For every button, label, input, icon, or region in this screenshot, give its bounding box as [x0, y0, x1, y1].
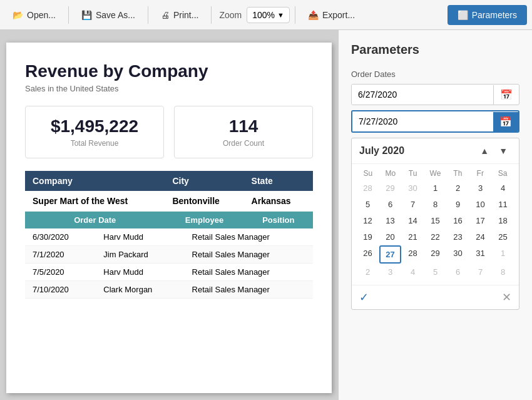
calendar-day[interactable]: 25	[492, 229, 514, 245]
data-rows-container: 6/30/2020Harv MuddRetail Sales Manager7/…	[25, 228, 313, 299]
calendar-grid: Su Mo Tu We Th Fr Sa 2829301234567891011…	[352, 164, 519, 285]
calendar-day[interactable]: 16	[447, 213, 469, 228]
calendar-day[interactable]: 5	[424, 264, 446, 280]
calendar-day[interactable]: 22	[424, 229, 446, 245]
calendar-confirm-button[interactable]: ✓	[359, 290, 369, 304]
zoom-control[interactable]: 100% ▼	[247, 7, 290, 23]
calendar-day[interactable]: 3	[469, 180, 491, 196]
calendar-month-year: July 2020	[359, 145, 404, 156]
main-area: Revenue by Company Sales in the United S…	[0, 30, 532, 400]
table-row: 7/1/2020Jim PackardRetail Sales Manager	[25, 246, 313, 264]
calendar-day[interactable]: 20	[379, 229, 401, 245]
calendar-day[interactable]: 8	[424, 197, 446, 212]
params-panel: Parameters Order Dates 📅 📅 July 2020 ▲ ▼…	[338, 30, 532, 400]
calendar-day[interactable]: 4	[402, 264, 424, 280]
params-title: Parameters	[351, 43, 519, 57]
calendar-day[interactable]: 12	[357, 213, 379, 228]
company-city: Bentonville	[165, 191, 243, 212]
calendar-day[interactable]: 24	[469, 229, 491, 245]
calendar-day[interactable]: 18	[492, 213, 514, 228]
divider-1	[68, 6, 69, 24]
print-icon: 🖨	[161, 10, 170, 20]
calendar-day[interactable]: 14	[402, 213, 424, 228]
calendar-day[interactable]: 9	[447, 197, 469, 212]
calendar-day[interactable]: 10	[469, 197, 491, 212]
report-page: Revenue by Company Sales in the United S…	[6, 43, 332, 393]
sub-col-position: Position	[244, 212, 313, 229]
calendar-day[interactable]: 30	[402, 180, 424, 196]
open-icon: 📂	[13, 10, 23, 20]
calendar-day[interactable]: 30	[447, 245, 469, 264]
calendar-day[interactable]: 7	[469, 264, 491, 280]
calendar-day[interactable]: 8	[492, 264, 514, 280]
order-dates-label: Order Dates	[351, 69, 519, 79]
calendar-day[interactable]: 15	[424, 213, 446, 228]
calendar-header: July 2020 ▲ ▼	[352, 138, 519, 164]
divider-4	[295, 6, 295, 24]
calendar-day[interactable]: 31	[469, 245, 491, 264]
total-revenue-label: Total Revenue	[38, 139, 151, 148]
calendar-day[interactable]: 11	[492, 197, 514, 212]
table-row: 7/5/2020Harv MuddRetail Sales Manager	[25, 264, 313, 281]
calendar-day[interactable]: 7	[402, 197, 424, 212]
calendar-days-header: Su Mo Tu We Th Fr Sa	[357, 167, 514, 180]
pagination: ⏮ ◀ of 7 ▶	[106, 393, 231, 400]
calendar-down-button[interactable]: ▼	[495, 145, 511, 157]
order-count-box: 114 Order Count	[174, 106, 313, 158]
calendar-day[interactable]: 1	[492, 245, 514, 264]
calendar-day[interactable]: 29	[424, 245, 446, 264]
calendar-day[interactable]: 29	[379, 180, 401, 196]
report-title: Revenue by Company	[25, 61, 313, 81]
company-state: Arkansas	[244, 191, 313, 212]
company-row: Super Mart of the West Bentonville Arkan…	[25, 191, 313, 212]
calendar-day[interactable]: 6	[379, 197, 401, 212]
export-button[interactable]: 📤 Export...	[300, 6, 362, 24]
end-date-input[interactable]	[352, 111, 493, 131]
metrics-row: $1,495,222 Total Revenue 114 Order Count	[25, 106, 313, 158]
day-header-tu: Tu	[402, 169, 424, 178]
start-date-calendar-button[interactable]: 📅	[493, 85, 519, 105]
calendar-cancel-button[interactable]: ✕	[502, 290, 511, 304]
calendar-days: 2829301234567891011121314151617181920212…	[357, 180, 514, 280]
calendar-day[interactable]: 21	[402, 229, 424, 245]
calendar-day[interactable]: 28	[402, 245, 424, 264]
calendar-day[interactable]: 26	[357, 245, 379, 264]
table-row: 7/10/2020Clark MorganRetail Sales Manage…	[25, 281, 313, 299]
open-button[interactable]: 📂 Open...	[5, 6, 63, 24]
calendar-day[interactable]: 17	[469, 213, 491, 228]
calendar-up-button[interactable]: ▲	[476, 145, 493, 157]
order-count-value: 114	[187, 116, 300, 136]
calendar-day[interactable]: 2	[447, 180, 469, 196]
calendar-day[interactable]: 19	[357, 229, 379, 245]
day-header-fr: Fr	[469, 169, 491, 178]
total-revenue-box: $1,495,222 Total Revenue	[25, 106, 164, 158]
table-row: 6/30/2020Harv MuddRetail Sales Manager	[25, 228, 313, 246]
company-name: Super Mart of the West	[25, 191, 165, 212]
start-date-row: 📅	[351, 84, 519, 105]
start-date-input[interactable]	[352, 85, 493, 105]
report-area: Revenue by Company Sales in the United S…	[0, 30, 338, 400]
save-as-button[interactable]: 💾 Save As...	[74, 6, 143, 24]
end-date-calendar-button[interactable]: 📅	[493, 112, 518, 131]
divider-2	[148, 6, 148, 24]
col-city: City	[165, 171, 243, 191]
calendar-day[interactable]: 27	[379, 245, 401, 264]
print-button[interactable]: 🖨 Print...	[153, 6, 206, 24]
parameters-button[interactable]: ⬜ Parameters	[448, 5, 527, 25]
zoom-label: Zoom	[217, 10, 244, 20]
save-icon: 💾	[81, 10, 92, 20]
calendar-day[interactable]: 6	[447, 264, 469, 280]
calendar-nav: ▲ ▼	[476, 145, 511, 157]
report-table: Company City State Super Mart of the Wes…	[25, 171, 313, 228]
col-company: Company	[25, 171, 165, 191]
calendar-day[interactable]: 2	[357, 264, 379, 280]
calendar-footer: ✓ ✕	[352, 285, 519, 309]
calendar-day[interactable]: 23	[447, 229, 469, 245]
day-header-mo: Mo	[379, 169, 402, 178]
calendar-day[interactable]: 4	[492, 180, 514, 196]
calendar-day[interactable]: 1	[424, 180, 446, 196]
calendar-day[interactable]: 5	[357, 197, 379, 212]
calendar-day[interactable]: 13	[379, 213, 401, 228]
calendar-day[interactable]: 3	[379, 264, 401, 280]
calendar-day[interactable]: 28	[357, 180, 379, 196]
